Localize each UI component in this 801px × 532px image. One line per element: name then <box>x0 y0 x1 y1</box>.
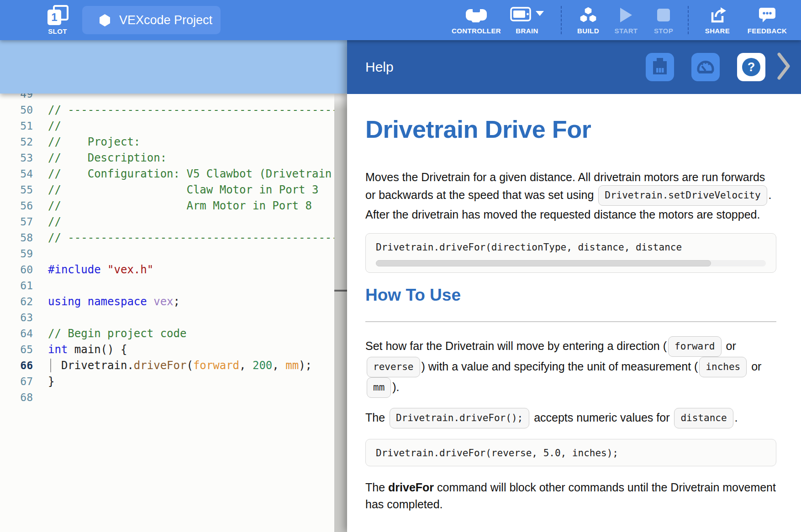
share-button[interactable]: SHARE <box>700 5 735 35</box>
question-mark-icon: ? <box>742 58 760 76</box>
line-number: 64 <box>0 328 33 339</box>
line-number: 55 <box>0 184 33 196</box>
code-line-text: // Description: <box>33 151 167 164</box>
line-number: 68 <box>0 391 33 403</box>
line-number: 57 <box>0 216 33 228</box>
code-line[interactable]: 65int main() { <box>0 341 334 357</box>
controller-icon <box>466 5 487 25</box>
chevron-down-icon[interactable] <box>536 11 544 16</box>
code-line[interactable]: 58// -----------------------------------… <box>0 229 334 245</box>
code-area[interactable]: 4950// ---------------------------------… <box>0 40 334 532</box>
code-line-text: // Claw Motor in Port 3 <box>33 183 318 196</box>
line-number: 50 <box>0 104 33 116</box>
code-line-text: // Arm Motor in Port 8 <box>33 199 312 212</box>
code-line[interactable]: 56// Arm Motor in Port 8 <box>0 198 334 214</box>
scrollbar-thumb[interactable] <box>376 260 711 266</box>
code-line-text: // Configuration: V5 Clawbot (Drivetrain <box>33 167 332 180</box>
help-paragraph: Moves the Drivetrain for a given distanc… <box>365 169 776 223</box>
code-line-text: // Project: <box>33 136 140 148</box>
code-line[interactable]: 66 Drivetrain.driveFor(forward, 200, mm)… <box>0 357 334 373</box>
code-horizontal-scrollbar[interactable] <box>376 260 766 266</box>
toolbar-divider <box>561 6 562 34</box>
line-number: 65 <box>0 344 33 355</box>
line-number: 58 <box>0 232 33 244</box>
top-toolbar: 1 SLOT VEXcode Project CONTROLLER <box>0 0 801 40</box>
code-line[interactable]: 67} <box>0 373 334 389</box>
slot-button[interactable]: 1 SLOT <box>47 5 69 35</box>
inline-code-chip: inches <box>699 357 747 377</box>
help-button[interactable]: ? <box>737 53 765 81</box>
editor-top-band <box>0 40 347 94</box>
help-content: Drivetrain Drive ForMoves the Drivetrain… <box>347 94 800 527</box>
inline-code-chip: forward <box>668 336 722 357</box>
line-number: 53 <box>0 152 33 164</box>
controller-button[interactable]: CONTROLLER <box>448 5 504 35</box>
line-number: 63 <box>0 312 33 323</box>
code-line[interactable]: 55// Claw Motor in Port 3 <box>0 182 334 198</box>
code-line-text: // Begin project code <box>33 327 186 340</box>
code-lines: 4950// ---------------------------------… <box>0 86 334 405</box>
brain-icon <box>510 7 531 23</box>
code-line[interactable]: 51// <box>0 118 334 134</box>
brain-button[interactable]: BRAIN <box>504 5 550 35</box>
help-paragraph: Set how far the Drivetrain will move by … <box>365 337 776 398</box>
build-cubes-icon <box>579 5 597 25</box>
project-name: VEXcode Project <box>119 13 212 27</box>
hexagon-icon <box>99 14 111 27</box>
code-line-text: Drivetrain.driveFor(forward, 200, mm); <box>33 359 312 372</box>
code-line[interactable]: 63 <box>0 309 334 325</box>
collapse-panel-button[interactable] <box>777 52 790 82</box>
inline-code-chip: mm <box>367 377 391 398</box>
bold-term: driveFor <box>388 481 434 494</box>
code-line-text: int main() { <box>33 343 127 356</box>
code-line-text: // <box>33 120 61 132</box>
code-line[interactable]: 50// -----------------------------------… <box>0 102 334 118</box>
scrollbar-thumb-edge <box>334 290 347 292</box>
help-panel-title: Help <box>365 59 394 75</box>
code-editor[interactable]: 4950// ---------------------------------… <box>0 40 347 532</box>
help-paragraph: The driveFor command will block other co… <box>365 479 776 513</box>
code-line[interactable]: 64// Begin project code <box>0 325 334 341</box>
help-paragraph: The Drivetrain.driveFor(); accepts numer… <box>365 408 776 429</box>
brain-device-button[interactable] <box>646 53 674 81</box>
line-number: 60 <box>0 264 33 276</box>
build-button[interactable]: BUILD <box>573 5 604 35</box>
inline-code-chip: Drivetrain.setDriveVelocity <box>598 185 767 206</box>
section-heading: How To Use <box>365 286 776 305</box>
code-line[interactable]: 68 <box>0 389 334 405</box>
help-panel: Help <box>347 40 801 532</box>
play-icon <box>619 5 633 25</box>
feedback-button[interactable]: FEEDBACK <box>743 5 792 35</box>
code-line-text: // -------------------------------------… <box>33 231 334 244</box>
slot-label: SLOT <box>48 27 67 35</box>
code-line[interactable]: 57// <box>0 214 334 229</box>
line-number: 52 <box>0 136 33 148</box>
code-line[interactable]: 59 <box>0 245 334 261</box>
line-number: 54 <box>0 168 33 180</box>
start-button: START <box>610 5 642 35</box>
code-line[interactable]: 52// Project: <box>0 134 334 150</box>
help-panel-header: Help <box>347 40 801 94</box>
chevron-right-icon <box>777 52 790 82</box>
dashboard-button[interactable] <box>691 53 720 81</box>
inline-code-chip: distance <box>674 408 733 428</box>
code-line[interactable]: 61 <box>0 277 334 293</box>
code-line[interactable]: 60#include "vex.h" <box>0 261 334 277</box>
line-number: 59 <box>0 248 33 260</box>
code-line[interactable]: 54// Configuration: V5 Clawbot (Drivetra… <box>0 166 334 182</box>
slot-icon: 1 <box>47 5 69 25</box>
help-article-title: Drivetrain Drive For <box>365 115 776 143</box>
code-example-text: Drivetrain.driveFor(reverse, 5.0, inches… <box>376 446 766 460</box>
line-number: 61 <box>0 280 33 292</box>
project-name-button[interactable]: VEXcode Project <box>82 6 221 34</box>
editor-vertical-scrollbar[interactable] <box>334 90 347 532</box>
line-number: 56 <box>0 200 33 212</box>
line-number: 51 <box>0 120 33 132</box>
help-header-buttons: ? <box>628 52 790 82</box>
code-line[interactable]: 53// Description: <box>0 150 334 166</box>
line-number: 67 <box>0 376 33 387</box>
code-line[interactable]: 62using namespace vex; <box>0 293 334 309</box>
line-number: 62 <box>0 296 33 308</box>
stop-button: STOP <box>650 5 677 35</box>
inline-code-chip: Drivetrain.driveFor(); <box>390 408 529 428</box>
